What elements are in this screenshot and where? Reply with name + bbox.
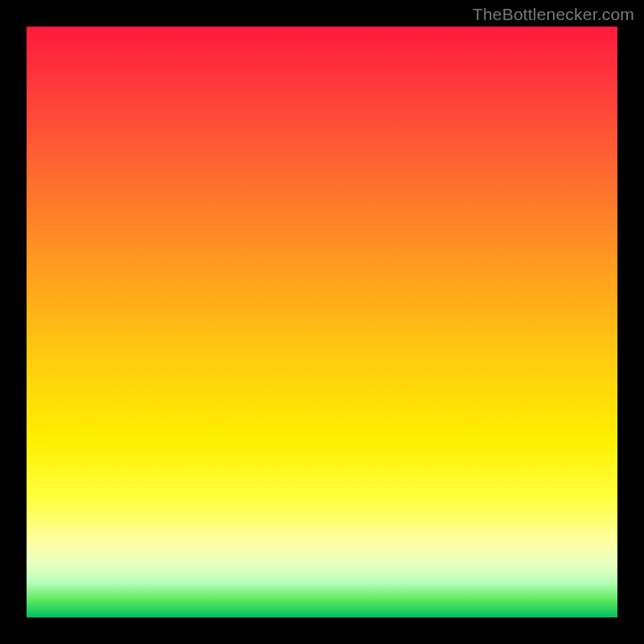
watermark-label: TheBottlenecker.com: [473, 5, 634, 24]
plot-area: [27, 27, 617, 617]
chart-frame: TheBottlenecker.com: [0, 0, 644, 644]
heat-gradient-background: [27, 27, 617, 617]
